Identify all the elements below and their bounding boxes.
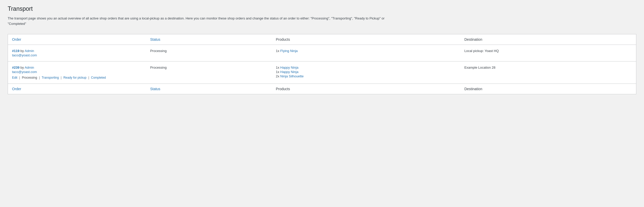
- table-header-row: Order Status Products Destination: [8, 34, 636, 45]
- product-qty: 2x: [276, 74, 279, 78]
- product-qty: 1x: [276, 66, 279, 69]
- order-cell-2: #239 by Admin taco@yoast.com Edit | Proc…: [8, 61, 146, 84]
- product-link[interactable]: Ninja Silhouette: [280, 74, 304, 78]
- order-email-link[interactable]: taco@yoast.com: [12, 53, 142, 57]
- footer-column-status: Status: [146, 84, 272, 94]
- order-status-cell-1: Processing: [146, 45, 272, 61]
- transport-table: Order Status Products Destination #119 b…: [8, 34, 636, 94]
- product-item: 2x Ninja Silhouette: [276, 74, 456, 78]
- order-admin-link[interactable]: Admin: [25, 49, 34, 53]
- column-header-order: Order: [8, 34, 146, 45]
- order-id-link[interactable]: #119: [12, 49, 19, 53]
- product-link[interactable]: Happy Ninja: [280, 70, 298, 74]
- product-link[interactable]: Happy Ninja: [280, 66, 298, 69]
- table-footer-row: Order Status Products Destination: [8, 84, 636, 94]
- order-admin-link-2[interactable]: Admin: [25, 66, 34, 69]
- order-cell-1: #119 by Admin taco@yoast.com: [8, 45, 146, 61]
- footer-column-products: Products: [272, 84, 460, 94]
- table-row: #119 by Admin taco@yoast.com Processing …: [8, 45, 636, 61]
- column-header-destination: Destination: [460, 34, 636, 45]
- order-email-link-2[interactable]: taco@yoast.com: [12, 70, 142, 74]
- order-by-label-2: by: [20, 66, 25, 69]
- product-item: 1x Happy Ninja: [276, 66, 456, 69]
- order-id-line-2: #239 by Admin: [12, 66, 142, 69]
- order-processing-label: Processing: [22, 76, 37, 79]
- footer-column-destination: Destination: [460, 84, 636, 94]
- order-products-cell-1: 1x Flying Ninja: [272, 45, 460, 61]
- separator-1: |: [19, 76, 21, 79]
- table-row: #239 by Admin taco@yoast.com Edit | Proc…: [8, 61, 636, 84]
- order-products-cell-2: 1x Happy Ninja 1x Happy Ninja 2x Ninja S…: [272, 61, 460, 84]
- order-destination-cell-2: Example Location 28: [460, 61, 636, 84]
- separator-2: |: [39, 76, 40, 79]
- page-description: The transport page shows you an actual o…: [8, 16, 392, 27]
- product-item: 1x Flying Ninja: [276, 49, 456, 53]
- column-header-products: Products: [272, 34, 460, 45]
- page-title: Transport: [8, 5, 636, 13]
- product-qty: 1x: [276, 70, 279, 74]
- order-by-label: by: [20, 49, 24, 53]
- product-qty: 1x: [276, 49, 279, 53]
- order-completed-link[interactable]: Completed: [91, 76, 106, 79]
- product-link[interactable]: Flying Ninja: [280, 49, 298, 53]
- separator-4: |: [88, 76, 90, 79]
- column-header-status: Status: [146, 34, 272, 45]
- order-edit-link[interactable]: Edit: [12, 76, 17, 79]
- order-destination-cell-1: Local pickup: Yoast HQ: [460, 45, 636, 61]
- order-status-cell-2: Processing: [146, 61, 272, 84]
- order-transporting-link[interactable]: Transporting: [42, 76, 59, 79]
- separator-3: |: [61, 76, 62, 79]
- product-item: 1x Happy Ninja: [276, 70, 456, 74]
- order-id-link-2[interactable]: #239: [12, 66, 19, 69]
- order-actions: Edit | Processing | Transporting | Ready…: [12, 76, 142, 79]
- order-ready-link[interactable]: Ready for pickup: [63, 76, 86, 79]
- footer-column-order: Order: [8, 84, 146, 94]
- page-wrapper: Transport The transport page shows you a…: [0, 0, 644, 99]
- order-id-line: #119 by Admin: [12, 49, 142, 53]
